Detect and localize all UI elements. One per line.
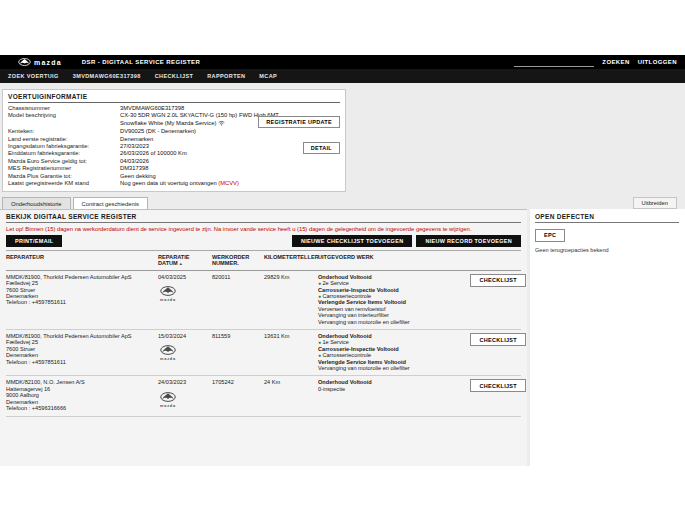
brand-wordmark: mazda [34, 59, 62, 66]
registratie-update-button[interactable]: REGISTRATIE UPDATE [258, 116, 340, 128]
main-nav: ZOEK VOERTUIG3MVDMAWG60E317398CHECKLIJST… [0, 69, 685, 83]
checklist-cell: CHECKLIJST [466, 333, 526, 371]
work-order-number: 1705242 [212, 379, 262, 411]
vehicle-field-label: MES Registratienummer [8, 165, 120, 172]
mazda-wing-icon [18, 58, 31, 66]
expand-link[interactable]: Uitbreiden [633, 197, 677, 209]
vehicle-info-panel: VOERTUIGINFORMATIE Chassisnummer3MVDMAWG… [2, 89, 346, 192]
print-email-button[interactable]: PRINT/EMAIL [6, 235, 62, 247]
top-bar: mazda DSR - DIGITAAL SERVICE REGISTER ZO… [0, 55, 685, 69]
vehicle-field-value-text: Denemarken [120, 136, 153, 142]
badge-wordmark: mazda [158, 297, 178, 303]
mcvv-link[interactable]: (MCVV) [218, 180, 239, 186]
mazda-dealer-badge-icon: mazda [158, 392, 178, 409]
odometer-value: 13631 Km [264, 333, 316, 371]
dsr-app: mazda DSR - DIGITAAL SERVICE REGISTER ZO… [0, 55, 685, 466]
repair-date-cell: 24/03/2023mazda [158, 379, 210, 411]
checklist-button[interactable]: CHECKLIJST [470, 379, 526, 392]
nav-item-0[interactable]: ZOEK VOERTUIG [8, 73, 59, 79]
col-reparatie-datum[interactable]: REPARATIE DATUM▲ [158, 254, 210, 268]
vehicle-field-value: DV90025 (DK - Denemarken) [120, 128, 340, 135]
vehicle-field-label: Mazda Euro Service geldig tot: [8, 158, 120, 165]
repairer-cell: MMDK/81900, Thorkild Pedersen Automobile… [6, 274, 156, 325]
vehicle-info-row: Chassisnummer3MVDMAWG60E317398 [8, 105, 340, 112]
nav-item-1[interactable]: 3MVDMAWG60E317398 [73, 73, 141, 79]
vehicle-field-value-text: 26/03/2026 of 100000 Km [120, 150, 187, 156]
vehicle-field-value: DM317398 [120, 165, 340, 172]
vehicle-info-title: VOERTUIGINFORMATIE [8, 93, 340, 103]
odometer-value: 29829 Km [264, 274, 316, 325]
checklist-button[interactable]: CHECKLIJST [470, 274, 526, 287]
mazda-dealer-badge-icon: mazda [158, 286, 178, 303]
repairer-cell: MMDK/82100, N.O. Jensen A/SHattemagervej… [6, 379, 156, 411]
mazda-logo: mazda [18, 58, 62, 66]
vehicle-field-label: Mazda Plus Garantie tot: [8, 173, 120, 180]
recall-status-text: Geen terugroepacties bekend [535, 247, 679, 253]
vehicle-field-value: 3MVDMAWG60E317398 [120, 105, 340, 112]
top-bar-right: ZOEKEN UITLOGGEN [514, 58, 677, 67]
work-order-number: 811559 [212, 333, 262, 371]
performed-work-cell: Onderhoud Voltooid1e ServiceCarrosserie-… [318, 333, 464, 371]
performed-work-cell: Onderhoud Voltooid0-inspectie [318, 379, 464, 411]
service-table: REPARATEUR REPARATIE DATUM▲ WERKORDER NU… [6, 250, 521, 417]
badge-wordmark: mazda [158, 403, 178, 409]
col-reparateur: REPARATEUR [6, 254, 156, 268]
app-title: DSR - DIGITAAL SERVICE REGISTER [82, 59, 200, 65]
work-item: Vervanging van motorolie en oliefilter [318, 319, 464, 325]
vehicle-info-row: Kenteken:DV90025 (DK - Denemarken) [8, 128, 340, 135]
vehicle-field-value-text: Geen dekking [120, 173, 156, 179]
vehicle-field-label: Einddatum fabrieksgarantie: [8, 150, 120, 157]
nav-item-3[interactable]: RAPPORTEN [207, 73, 245, 79]
col-uitgevoerd-werk: UITGEVOERD WERK [318, 254, 464, 268]
search-button[interactable]: ZOEKEN [602, 59, 629, 65]
vehicle-field-value-text: 04/03/2026 [120, 158, 149, 164]
vehicle-info-row: MES RegistratienummerDM317398 [8, 165, 340, 172]
col-werkorder: WERKORDER NUMMER. [212, 254, 262, 268]
tab-onderhoudshistorie[interactable]: Onderhoudshistorie [2, 197, 71, 209]
content-area: VOERTUIGINFORMATIE Chassisnummer3MVDMAWG… [0, 83, 685, 466]
vehicle-field-label: Ingangsdatum fabrieksgarantie: [8, 143, 120, 150]
repair-date: 15/03/2024 [158, 333, 210, 339]
vehicle-field-value-line2: Snowflake White (My Mazda Service) [120, 120, 216, 126]
connected-vehicle-wifi-icon [218, 120, 225, 128]
badge-wordmark: mazda [158, 356, 178, 362]
logout-button[interactable]: UITLOGGEN [638, 59, 677, 65]
service-table-body: MMDK/81900, Thorkild Pedersen Automobile… [6, 271, 521, 417]
col-actions [466, 254, 526, 268]
vehicle-info-row: Mazda Plus Garantie tot:Geen dekking [8, 173, 340, 180]
vehicle-field-value-text: 3MVDMAWG60E317398 [120, 105, 184, 111]
checklist-button[interactable]: CHECKLIJST [470, 333, 526, 346]
odometer-value: 24 Km [264, 379, 316, 411]
repair-date-cell: 15/03/2024mazda [158, 333, 210, 371]
mazda-dealer-badge-icon: mazda [158, 345, 178, 362]
nav-item-4[interactable]: MCAP [259, 73, 277, 79]
vehicle-field-label: Chassisnummer [8, 105, 120, 112]
repairer-line: Telefoon : +4597851611 [6, 299, 156, 305]
repair-date-cell: 04/03/2025mazda [158, 274, 210, 325]
repairer-line: Telefoon : +4597851611 [6, 359, 156, 365]
epc-button[interactable]: EPC [535, 229, 565, 242]
vehicle-field-value-text: DV90025 (DK - Denemarken) [120, 128, 196, 134]
vehicle-field-value: 04/03/2026 [120, 158, 340, 165]
vehicle-field-value-text: CX-30 5DR WGN 2.0L SKYACTIV-G (150 hp) F… [120, 112, 279, 118]
checklist-cell: CHECKLIJST [466, 379, 526, 411]
new-record-button[interactable]: NIEUW RECORD TOEVOEGEN [416, 235, 521, 247]
vehicle-field-value-text: 27/03/2023 [120, 143, 149, 149]
repair-date: 04/03/2025 [158, 274, 210, 280]
vehicle-field-label: Laatst geregistreerde KM stand [8, 180, 120, 187]
vehicle-info-row: Laatst geregistreerde KM standNog geen d… [8, 180, 340, 187]
repair-date: 24/03/2023 [158, 379, 210, 385]
lower-panels: BEKIJK DIGITAAL SERVICE REGISTER Let op!… [0, 209, 685, 466]
detail-button[interactable]: DETAIL [303, 142, 340, 154]
repairer-cell: MMDK/81900, Thorkild Pedersen Automobile… [6, 333, 156, 371]
vehicle-field-label: Kenteken: [8, 128, 120, 135]
work-item: Vervanging van motorolie en oliefilter [318, 365, 464, 371]
nav-item-2[interactable]: CHECKLIJST [155, 73, 194, 79]
tab-contract-geschiedenis[interactable]: Contract geschiedenis [73, 197, 148, 209]
new-checklist-button[interactable]: NIEUWE CHECKLIJST TOEVOEGEN [292, 235, 412, 247]
performed-work-cell: Onderhoud Voltooid2e ServiceCarrosserie-… [318, 274, 464, 325]
service-record-row: MMDK/82100, N.O. Jensen A/SHattemagervej… [6, 376, 521, 416]
register-notice: Let op! Binnen (15) dagen na werkorderda… [6, 226, 521, 233]
vehicle-field-label: Model beschrijving [8, 112, 120, 128]
search-input[interactable] [514, 58, 594, 67]
